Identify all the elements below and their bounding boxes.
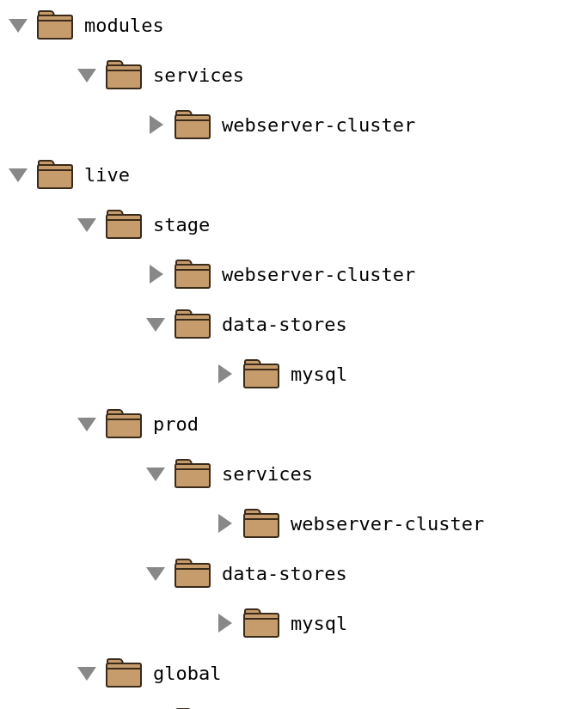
tree-node[interactable]: global <box>7 655 581 691</box>
tree-node[interactable]: mysql <box>7 356 581 392</box>
folder-icon <box>242 608 280 639</box>
tree-node[interactable]: live <box>7 156 581 193</box>
svg-rect-34 <box>175 564 210 587</box>
svg-rect-22 <box>244 364 279 388</box>
svg-rect-28 <box>175 464 210 487</box>
svg-rect-13 <box>107 215 141 238</box>
node-label: modules <box>84 15 164 36</box>
tree-node[interactable]: data-stores <box>7 555 581 591</box>
svg-rect-40 <box>107 663 141 687</box>
folder-icon <box>105 209 143 240</box>
disclosure-down-icon[interactable] <box>76 662 98 684</box>
svg-marker-30 <box>218 514 232 533</box>
folder-icon <box>242 508 280 539</box>
node-label: mysql <box>291 613 347 634</box>
disclosure-right-icon[interactable] <box>144 113 167 136</box>
tree-node[interactable]: stage <box>7 206 581 242</box>
disclosure-down-icon[interactable] <box>7 14 29 36</box>
node-label: live <box>84 164 130 186</box>
node-label: webserver-cluster <box>291 513 484 535</box>
svg-rect-19 <box>175 315 210 338</box>
node-label: prod <box>153 413 199 435</box>
disclosure-right-icon[interactable] <box>213 512 236 535</box>
svg-rect-7 <box>175 115 210 138</box>
disclosure-down-icon[interactable] <box>76 64 98 86</box>
tree-node[interactable]: data-stores <box>7 306 581 342</box>
disclosure-down-icon[interactable] <box>7 163 29 186</box>
disclosure-right-icon[interactable] <box>213 363 236 385</box>
disclosure-right-icon[interactable] <box>144 263 167 285</box>
svg-rect-25 <box>107 414 141 437</box>
svg-rect-31 <box>244 514 279 537</box>
disclosure-down-icon[interactable] <box>144 462 167 485</box>
node-label: services <box>153 64 244 86</box>
svg-marker-21 <box>218 364 232 383</box>
folder-tree: modulesserviceswebserver-clusterlivestag… <box>7 7 581 709</box>
tree-node[interactable]: mysql <box>7 605 581 641</box>
svg-marker-33 <box>146 567 165 581</box>
svg-marker-15 <box>150 265 163 284</box>
folder-icon <box>174 309 211 339</box>
svg-marker-27 <box>146 468 165 481</box>
svg-marker-18 <box>146 318 165 332</box>
folder-icon <box>174 458 211 489</box>
folder-icon <box>36 159 74 190</box>
tree-node[interactable]: webserver-cluster <box>7 505 581 541</box>
folder-icon <box>174 558 211 589</box>
svg-marker-6 <box>150 115 163 134</box>
svg-marker-24 <box>77 418 96 431</box>
svg-marker-3 <box>77 69 96 83</box>
node-label: data-stores <box>222 563 347 584</box>
node-label: stage <box>153 214 210 235</box>
disclosure-right-icon[interactable] <box>213 612 236 634</box>
svg-rect-1 <box>38 15 72 39</box>
folder-icon <box>36 9 74 40</box>
tree-node[interactable]: webserver-cluster <box>7 107 581 143</box>
tree-node[interactable]: modules <box>7 7 581 43</box>
svg-marker-12 <box>77 218 96 232</box>
tree-node[interactable]: webserver-cluster <box>7 256 581 292</box>
folder-icon <box>242 358 280 389</box>
node-label: global <box>153 663 221 684</box>
folder-icon <box>105 408 143 439</box>
svg-marker-36 <box>218 614 232 633</box>
node-label: webserver-cluster <box>222 114 415 136</box>
folder-icon <box>105 59 143 90</box>
svg-marker-9 <box>9 168 28 182</box>
svg-rect-16 <box>175 265 210 288</box>
node-label: webserver-cluster <box>222 264 415 285</box>
folder-icon <box>105 657 143 688</box>
disclosure-down-icon[interactable] <box>76 413 98 435</box>
svg-marker-39 <box>77 667 96 681</box>
folder-icon <box>174 259 211 290</box>
disclosure-down-icon[interactable] <box>144 313 167 335</box>
disclosure-down-icon[interactable] <box>76 213 98 235</box>
folder-icon <box>174 109 211 140</box>
tree-node[interactable]: services <box>7 455 581 492</box>
svg-rect-37 <box>244 614 279 637</box>
node-label: mysql <box>291 364 347 385</box>
tree-node[interactable]: services <box>7 57 581 93</box>
svg-rect-4 <box>107 65 141 89</box>
node-label: services <box>222 463 313 485</box>
disclosure-down-icon[interactable] <box>144 562 167 584</box>
tree-node[interactable]: prod <box>7 406 581 442</box>
tree-node[interactable]: s3 <box>7 705 581 709</box>
node-label: data-stores <box>222 314 347 335</box>
svg-rect-10 <box>38 165 72 188</box>
svg-marker-0 <box>9 19 28 33</box>
